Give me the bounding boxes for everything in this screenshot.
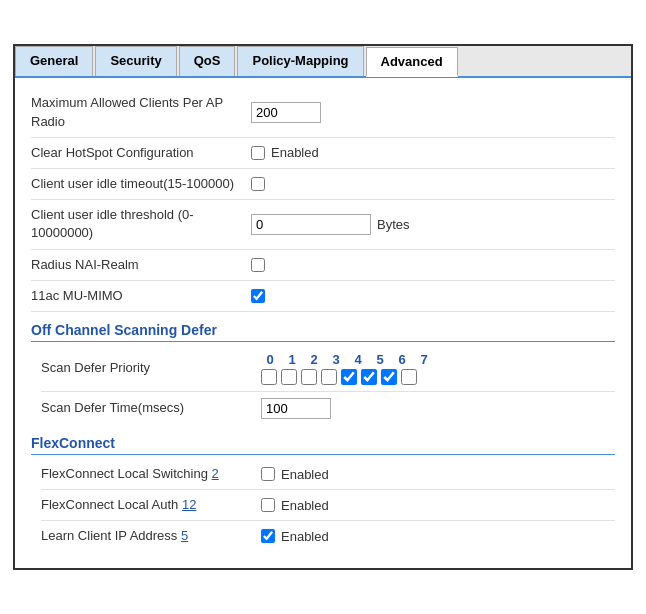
tab-advanced[interactable]: Advanced: [366, 47, 458, 77]
learn-client-ip-link[interactable]: 5: [181, 528, 188, 543]
clear-hotspot-enabled-label: Enabled: [271, 145, 319, 160]
scan-defer-time-control: [261, 398, 331, 419]
clear-hotspot-control: Enabled: [251, 145, 319, 160]
learn-client-ip-checkbox[interactable]: [261, 529, 275, 543]
max-clients-control: [251, 102, 321, 123]
main-container: General Security QoS Policy-Mapping Adva…: [13, 44, 633, 569]
learn-client-ip-control: Enabled: [261, 529, 329, 544]
learn-client-ip-enabled: Enabled: [281, 529, 329, 544]
flexconnect-local-auth-checkbox[interactable]: [261, 498, 275, 512]
client-threshold-row: Client user idle threshold (0-10000000) …: [31, 200, 615, 249]
flexconnect-local-auth-label: FlexConnect Local Auth 12: [41, 496, 261, 514]
scan-defer-cb-7[interactable]: [401, 369, 417, 385]
mu-mimo-label: 11ac MU-MIMO: [31, 287, 251, 305]
client-idle-checkbox[interactable]: [251, 177, 265, 191]
client-idle-row: Client user idle timeout(15-100000): [31, 169, 615, 200]
scan-defer-num-7: 7: [415, 352, 433, 367]
mu-mimo-checkbox[interactable]: [251, 289, 265, 303]
scan-defer-num-3: 3: [327, 352, 345, 367]
scan-defer-cb-3[interactable]: [321, 369, 337, 385]
content-area: Maximum Allowed Clients Per AP Radio Cle…: [15, 78, 631, 567]
learn-client-ip-row: Learn Client IP Address 5 Enabled: [41, 521, 615, 551]
max-clients-row: Maximum Allowed Clients Per AP Radio: [31, 88, 615, 137]
flexconnect-local-auth-enabled: Enabled: [281, 498, 329, 513]
client-threshold-unit: Bytes: [377, 217, 410, 232]
mu-mimo-row: 11ac MU-MIMO: [31, 281, 615, 312]
clear-hotspot-checkbox[interactable]: [251, 146, 265, 160]
scan-defer-num-6: 6: [393, 352, 411, 367]
scan-defer-cb-6[interactable]: [381, 369, 397, 385]
flexconnect-local-switching-label: FlexConnect Local Switching 2: [41, 465, 261, 483]
tab-bar: General Security QoS Policy-Mapping Adva…: [15, 46, 631, 78]
scan-defer-num-0: 0: [261, 352, 279, 367]
clear-hotspot-row: Clear HotSpot Configuration Enabled: [31, 138, 615, 169]
scan-defer-num-2: 2: [305, 352, 323, 367]
flexconnect-local-switching-control: Enabled: [261, 467, 329, 482]
flexconnect-local-auth-link[interactable]: 12: [182, 497, 196, 512]
scan-defer-checkboxes: [261, 369, 433, 385]
flexconnect-local-auth-control: Enabled: [261, 498, 329, 513]
flexconnect-header: FlexConnect: [31, 435, 615, 455]
flexconnect-local-switching-link[interactable]: 2: [212, 466, 219, 481]
scan-defer-cb-5[interactable]: [361, 369, 377, 385]
scan-defer-time-input[interactable]: [261, 398, 331, 419]
scan-defer-cb-1[interactable]: [281, 369, 297, 385]
learn-client-ip-label: Learn Client IP Address 5: [41, 527, 261, 545]
radius-nai-control: [251, 258, 265, 272]
tab-qos[interactable]: QoS: [179, 46, 236, 76]
radius-nai-label: Radius NAI-Realm: [31, 256, 251, 274]
scan-defer-time-row: Scan Defer Time(msecs): [41, 392, 615, 425]
mu-mimo-control: [251, 289, 265, 303]
tab-general[interactable]: General: [15, 46, 93, 76]
scan-defer-priority-row: Scan Defer Priority 0 1 2 3 4 5 6 7: [41, 346, 615, 392]
scan-defer-cb-0[interactable]: [261, 369, 277, 385]
flexconnect-section: FlexConnect Local Switching 2 Enabled Fl…: [31, 459, 615, 552]
scan-defer-priority-control: 0 1 2 3 4 5 6 7: [261, 352, 433, 385]
scan-defer-num-1: 1: [283, 352, 301, 367]
off-channel-section: Scan Defer Priority 0 1 2 3 4 5 6 7: [31, 346, 615, 425]
scan-defer-time-label: Scan Defer Time(msecs): [41, 399, 261, 417]
scan-defer-numbers: 0 1 2 3 4 5 6 7: [261, 352, 433, 367]
client-idle-label: Client user idle timeout(15-100000): [31, 175, 251, 193]
scan-defer-cb-2[interactable]: [301, 369, 317, 385]
tab-security[interactable]: Security: [95, 46, 176, 76]
scan-defer-priority-label: Scan Defer Priority: [41, 359, 261, 377]
off-channel-header: Off Channel Scanning Defer: [31, 322, 615, 342]
scan-defer-cb-4[interactable]: [341, 369, 357, 385]
client-threshold-label: Client user idle threshold (0-10000000): [31, 206, 251, 242]
scan-defer-num-5: 5: [371, 352, 389, 367]
client-threshold-input[interactable]: [251, 214, 371, 235]
radius-nai-checkbox[interactable]: [251, 258, 265, 272]
tab-policy-mapping[interactable]: Policy-Mapping: [237, 46, 363, 76]
client-threshold-control: Bytes: [251, 214, 410, 235]
radius-nai-row: Radius NAI-Realm: [31, 250, 615, 281]
max-clients-input[interactable]: [251, 102, 321, 123]
clear-hotspot-label: Clear HotSpot Configuration: [31, 144, 251, 162]
flexconnect-local-auth-row: FlexConnect Local Auth 12 Enabled: [41, 490, 615, 521]
flexconnect-local-switching-checkbox[interactable]: [261, 467, 275, 481]
client-idle-control: [251, 177, 265, 191]
flexconnect-local-switching-enabled: Enabled: [281, 467, 329, 482]
max-clients-label: Maximum Allowed Clients Per AP Radio: [31, 94, 251, 130]
flexconnect-local-switching-row: FlexConnect Local Switching 2 Enabled: [41, 459, 615, 490]
scan-defer-num-4: 4: [349, 352, 367, 367]
